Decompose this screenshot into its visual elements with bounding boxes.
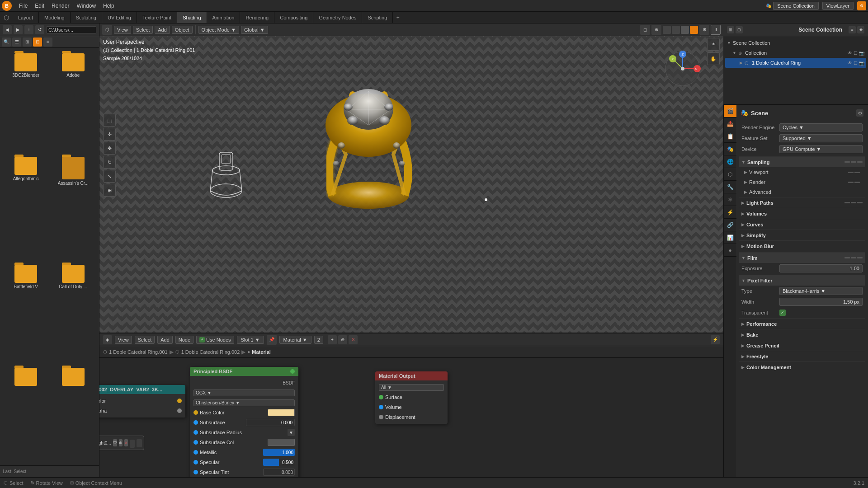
bsdf-output-socket[interactable] xyxy=(290,369,295,374)
add-workspace-btn[interactable]: + xyxy=(393,12,403,23)
all-selector[interactable]: All ▼ xyxy=(379,384,444,391)
specular-tint-value[interactable]: 0.000 xyxy=(263,469,295,476)
viewport-shading-selector[interactable]: Global ▼ xyxy=(241,26,268,34)
menu-window[interactable]: Window xyxy=(73,2,99,10)
tab-sculpting[interactable]: Sculpting xyxy=(71,12,102,23)
file-item-battlefield[interactable]: Battlefield V xyxy=(4,263,48,364)
prop-tab-constraints[interactable]: 🔗 xyxy=(724,219,736,231)
performance-section[interactable]: ▶ Performance xyxy=(739,318,865,329)
light-shield-btn[interactable]: 🛡 xyxy=(113,439,117,446)
prop-tab-modifier[interactable]: 🔧 xyxy=(724,181,736,193)
node-select-menu[interactable]: Select xyxy=(135,336,155,344)
base-color-input-socket[interactable] xyxy=(193,410,198,415)
transparent-checkbox[interactable]: ✓ xyxy=(779,310,786,316)
light-node[interactable]: sLight0... 🛡 ⊕ ✕ xyxy=(99,436,144,450)
node-view-menu[interactable]: View xyxy=(115,336,132,344)
light-dropdown2[interactable] xyxy=(137,439,142,447)
workspace-icon[interactable]: ⬡ xyxy=(0,12,13,23)
outliner-mode-icon[interactable]: ⊞ xyxy=(727,26,734,33)
tree-item-collection[interactable]: ▼ ⊕ Collection 👁 ☐ 📷 xyxy=(725,48,866,58)
icon-view-btn[interactable]: ⊡ xyxy=(33,38,42,47)
exposure-value[interactable]: 1.00 xyxy=(779,264,863,272)
subsurface-radius-socket[interactable] xyxy=(193,430,198,435)
tab-rendering[interactable]: Rendering xyxy=(240,12,274,23)
outliner-mode2-icon[interactable]: ⊡ xyxy=(736,26,743,33)
pixel-filter-section[interactable]: ▼ Pixel Filter xyxy=(739,275,865,286)
list-view-btn[interactable]: ☰ xyxy=(12,38,21,47)
material-selector[interactable]: Material ▼ xyxy=(279,336,311,344)
simplify-section[interactable]: ▶ Simplify xyxy=(739,230,865,240)
curves-section[interactable]: ▶ Curves xyxy=(739,219,865,230)
path-bar[interactable]: C:\Users\... xyxy=(46,26,96,33)
scene-selector[interactable]: Scene Collection xyxy=(773,2,819,10)
pause-render-btn[interactable]: ⏸ xyxy=(711,25,721,35)
volume-input-socket[interactable] xyxy=(379,405,383,409)
node-editor-icon[interactable]: ◈ xyxy=(103,335,112,344)
metallic-socket[interactable] xyxy=(193,450,198,455)
prop-tab-object[interactable]: ⬡ xyxy=(724,168,736,181)
tab-layout[interactable]: Layout xyxy=(13,12,39,23)
menu-help[interactable]: Help xyxy=(99,2,118,10)
prop-tab-output[interactable]: 📤 xyxy=(724,117,736,130)
prop-tab-render[interactable]: 🎬 xyxy=(724,105,736,117)
use-nodes-checkbox[interactable]: ✓ xyxy=(199,337,205,343)
node-add-menu[interactable]: Add xyxy=(157,336,173,344)
node-canvas[interactable]: ht002_OVERLAY_VAR2_3K... Color Alpha xyxy=(99,358,723,477)
alpha-output-socket[interactable] xyxy=(177,408,182,413)
device-value[interactable]: GPU Compute ▼ xyxy=(779,145,863,153)
color-output-socket[interactable] xyxy=(177,399,182,403)
light-close-btn[interactable]: ✕ xyxy=(124,439,128,446)
prop-tab-world[interactable]: 🌐 xyxy=(724,155,736,168)
tab-texture-paint[interactable]: Texture Paint xyxy=(137,12,177,23)
use-nodes-toggle[interactable]: ✓ Use Nodes xyxy=(196,336,234,344)
cursor-tool[interactable]: ✛ xyxy=(103,128,116,141)
bake-section[interactable]: ▶ Bake xyxy=(739,329,865,340)
object-mode-selector[interactable]: Object Mode ▼ xyxy=(198,26,239,34)
color-management-section[interactable]: ▶ Color Management xyxy=(739,361,865,372)
file-item-adobe[interactable]: Adobe xyxy=(51,52,96,152)
blender-prefs-btn[interactable]: ⚙ xyxy=(857,1,866,10)
tab-geometry-nodes[interactable]: Geometry Nodes xyxy=(313,12,362,23)
ring-eye-icon[interactable]: 👁 xyxy=(848,61,852,66)
mat-new-btn[interactable]: + xyxy=(328,335,337,344)
view-hand-btn[interactable]: ✋ xyxy=(707,52,720,65)
specular-slider[interactable]: 0.500 xyxy=(263,459,295,466)
sampling-section[interactable]: ▼ Sampling xyxy=(739,156,865,167)
subsurface-value[interactable]: 0.000 xyxy=(246,419,295,426)
file-item-allegorithmic[interactable]: Allegorithmic xyxy=(4,155,48,260)
light-paths-section[interactable]: ▶ Light Paths xyxy=(739,197,865,208)
principled-bsdf-header[interactable]: Principled BSDF xyxy=(190,367,298,376)
collection-eye-icon[interactable]: 👁 xyxy=(848,51,852,56)
tab-animation[interactable]: Animation xyxy=(207,12,241,23)
breadcrumb-item2[interactable]: 1 Doble Catedral Ring.002 xyxy=(181,349,240,355)
nav-forward-btn[interactable]: ▶ xyxy=(14,25,23,34)
file-item-extra2[interactable] xyxy=(51,366,96,462)
feature-set-value[interactable]: Supported ▼ xyxy=(779,134,863,142)
specular-tint-socket[interactable] xyxy=(193,470,198,474)
file-item-cod[interactable]: Call of Duty ... xyxy=(51,263,96,364)
slot-selector[interactable]: Slot 1 ▼ xyxy=(237,336,264,344)
tree-item-ring[interactable]: ▶ ⬡ 1 Doble Catedral Ring 👁 ☐ 📷 xyxy=(725,58,866,68)
search-btn[interactable]: 🔍 xyxy=(2,38,11,47)
image-texture-header[interactable]: ht002_OVERLAY_VAR2_3K... xyxy=(99,385,185,394)
render-subsection[interactable]: ▶ Render xyxy=(739,177,865,187)
tab-shading[interactable]: Shading xyxy=(177,12,207,23)
tab-compositing[interactable]: Compositing xyxy=(274,12,313,23)
subsurface-col-socket[interactable] xyxy=(193,440,198,445)
tab-scripting[interactable]: Scripting xyxy=(362,12,393,23)
navigation-gizmo[interactable]: X Y Z xyxy=(665,51,701,87)
filter-btn[interactable]: ≡ xyxy=(43,38,52,47)
ring-render-icon[interactable]: 📷 xyxy=(859,61,864,66)
prop-tab-scene[interactable]: 🎭 xyxy=(724,143,736,155)
rotate-tool[interactable]: ↻ xyxy=(103,156,116,169)
material-output-header[interactable]: Material Output xyxy=(375,371,448,380)
shading-solid-btn[interactable] xyxy=(672,26,680,34)
overlay-toggle[interactable]: ◻ xyxy=(640,25,650,35)
tree-item-scene-collection[interactable]: ▼ Scene Collection xyxy=(725,38,866,48)
node-pin-btn[interactable]: 📌 xyxy=(267,335,277,345)
collection-select-icon[interactable]: ☐ xyxy=(854,51,858,56)
menu-edit[interactable]: Edit xyxy=(31,2,48,10)
node-tool-btn[interactable]: ⚡ xyxy=(711,335,720,344)
nav-refresh-btn[interactable]: ↺ xyxy=(35,25,44,34)
displacement-input-socket[interactable] xyxy=(379,415,383,419)
